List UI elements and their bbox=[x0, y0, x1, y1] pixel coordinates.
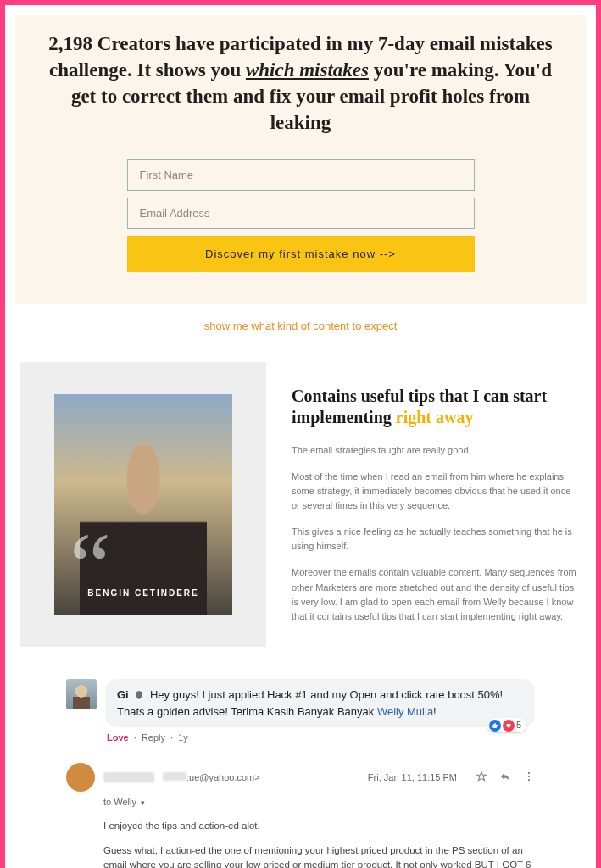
expect-link-row: show me what kind of content to expect bbox=[15, 318, 586, 333]
email-para: I enjoyed the tips and action-ed alot. bbox=[103, 819, 535, 833]
testimonial-section: “ BENGIN CETINDERE Contains useful tips … bbox=[20, 362, 581, 647]
reply-icon[interactable] bbox=[499, 771, 511, 785]
testimonial-author-name: BENGIN CETINDERE bbox=[54, 588, 232, 598]
show-content-link[interactable]: show me what kind of content to expect bbox=[204, 320, 398, 332]
hero-headline-underlined: which mistakes bbox=[246, 59, 369, 81]
email-to-text: to Welly bbox=[103, 797, 136, 807]
like-icon bbox=[489, 720, 501, 732]
email-to-line[interactable]: to Welly ▾ bbox=[103, 797, 535, 807]
redacted-sender-name bbox=[103, 772, 154, 782]
email-field[interactable] bbox=[127, 198, 475, 229]
more-vert-icon[interactable] bbox=[523, 771, 535, 785]
email-sender-avatar bbox=[66, 763, 95, 792]
comment-bubble: Gi Hey guys! I just applied Hack #1 and … bbox=[105, 679, 535, 727]
svg-point-2 bbox=[528, 779, 530, 781]
email-body: I enjoyed the tips and action-ed alot. G… bbox=[103, 819, 535, 868]
redacted-address-prefix bbox=[163, 772, 186, 781]
svg-point-1 bbox=[528, 776, 530, 777]
first-name-field[interactable] bbox=[127, 159, 475, 191]
svg-point-0 bbox=[528, 772, 530, 774]
reaction-count: 5 bbox=[516, 719, 521, 732]
testimonial-photo: “ BENGIN CETINDERE bbox=[54, 394, 232, 615]
email-para: Guess what, I action-ed the one of menti… bbox=[103, 843, 535, 868]
email-header-row: :ue@yahoo.com> Fri, Jan 11, 11:15 PM bbox=[66, 763, 535, 792]
reply-action[interactable]: Reply bbox=[142, 732, 165, 743]
quote-mark-icon: “ bbox=[70, 542, 99, 589]
testimonial-headline: Contains useful tips that I can start im… bbox=[292, 386, 581, 428]
commenter-name: Gi bbox=[117, 688, 129, 701]
love-icon bbox=[503, 720, 515, 732]
commenter-avatar bbox=[66, 679, 97, 709]
testimonial-para: Moreover the emails contain valuable con… bbox=[292, 565, 581, 623]
comment-body-pre: Hey guys! I just applied Hack #1 and my … bbox=[117, 688, 503, 718]
email-p2-pre: Guess what, I action-ed the one of menti… bbox=[103, 845, 523, 868]
email-testimonial: :ue@yahoo.com> Fri, Jan 11, 11:15 PM to … bbox=[66, 763, 535, 868]
chevron-down-icon: ▾ bbox=[141, 798, 145, 807]
testimonial-body: Contains useful tips that I can start im… bbox=[292, 362, 581, 647]
optin-form: Discover my first mistake now --> bbox=[127, 159, 475, 272]
badge-shield-icon bbox=[134, 689, 144, 704]
discover-mistake-button[interactable]: Discover my first mistake now --> bbox=[127, 236, 475, 272]
love-action[interactable]: Love bbox=[107, 732, 129, 743]
email-sender-address: :ue@yahoo.com> bbox=[163, 772, 260, 782]
star-icon[interactable] bbox=[476, 771, 487, 785]
testimonial-photo-card: “ BENGIN CETINDERE bbox=[20, 362, 266, 647]
facebook-comment: Gi Hey guys! I just applied Hack #1 and … bbox=[66, 679, 535, 727]
hero-headline: 2,198 Creators have participated in my 7… bbox=[41, 31, 560, 136]
testimonial-para: This gives a nice feeling as he actually… bbox=[292, 525, 581, 554]
email-date: Fri, Jan 11, 11:15 PM bbox=[368, 772, 457, 782]
hero-optin-section: 2,198 Creators have participated in my 7… bbox=[15, 15, 586, 304]
comment-meta-row: Love · Reply · 1y bbox=[107, 732, 586, 743]
testimonial-para: Most of the time when I read an email fr… bbox=[292, 470, 581, 513]
reaction-chip[interactable]: 5 bbox=[487, 718, 526, 732]
testimonial-headline-accent: right away bbox=[396, 408, 474, 426]
comment-mention-link[interactable]: Welly Mulia bbox=[377, 705, 433, 718]
email-address-suffix: :ue@yahoo.com> bbox=[186, 772, 260, 782]
comment-age: 1y bbox=[178, 732, 188, 743]
comment-body-post: ! bbox=[433, 705, 437, 718]
testimonial-para: The email strategies taught are really g… bbox=[292, 443, 581, 458]
